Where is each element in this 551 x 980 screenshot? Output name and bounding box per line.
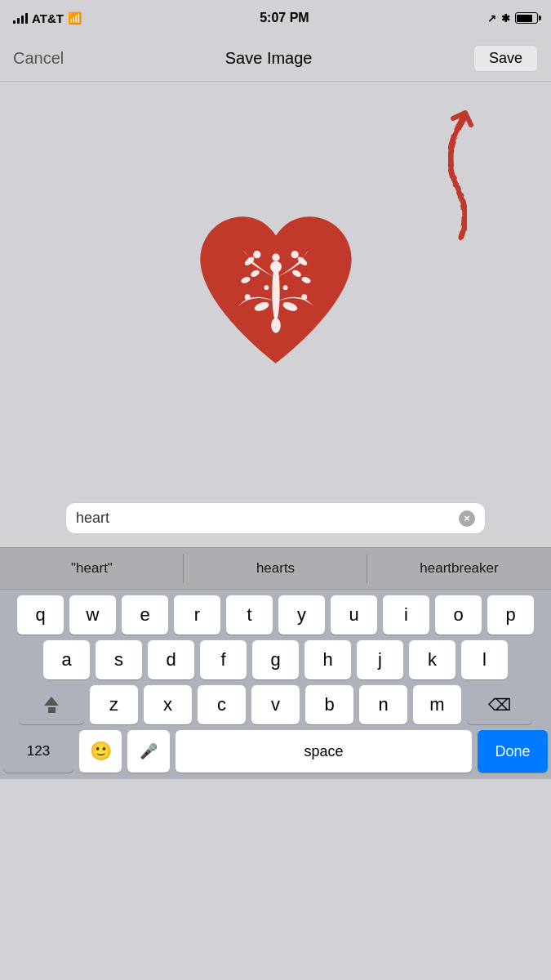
svg-point-11 [301, 294, 307, 300]
status-left: AT&T 📶 [13, 11, 82, 25]
keyboard-row-3: z x c v b n m ⌫ [0, 679, 551, 724]
carrier-label: AT&T [32, 11, 64, 25]
key-i[interactable]: i [383, 595, 429, 635]
key-k[interactable]: k [409, 640, 455, 679]
key-h[interactable]: h [304, 640, 351, 679]
page-title: Save Image [225, 49, 313, 68]
key-v[interactable]: v [251, 685, 300, 724]
suggestions-row: "heart" hearts heartbreaker [0, 547, 551, 590]
status-time: 5:07 PM [260, 11, 309, 25]
svg-point-1 [270, 261, 282, 272]
shift-key[interactable] [19, 685, 84, 724]
numbers-key[interactable]: 123 [3, 730, 73, 773]
nav-bar: Cancel Save Image Save [0, 36, 551, 82]
key-z[interactable]: z [90, 685, 138, 724]
search-input[interactable]: heart [76, 510, 452, 527]
delete-key[interactable]: ⌫ [467, 685, 532, 724]
suggestion-hearts[interactable]: hearts [184, 548, 367, 589]
battery-icon [515, 12, 538, 24]
key-a[interactable]: a [43, 640, 90, 679]
key-y[interactable]: y [278, 595, 325, 635]
search-bar-container: heart × [0, 502, 551, 547]
annotation-arrow [388, 98, 502, 245]
svg-point-8 [253, 251, 260, 258]
suggestion-exact[interactable]: "heart" [0, 548, 184, 589]
done-key[interactable]: Done [478, 730, 548, 773]
key-u[interactable]: u [331, 595, 377, 635]
space-key[interactable]: space [176, 730, 472, 773]
key-l[interactable]: l [461, 640, 508, 679]
keyboard-row-4: 123 🙂 🎤 space Done [0, 724, 551, 779]
key-x[interactable]: x [144, 685, 192, 724]
svg-point-7 [271, 318, 281, 333]
heart-image [178, 203, 374, 382]
clear-icon: × [464, 512, 470, 524]
cancel-button[interactable]: Cancel [13, 49, 64, 68]
signal-icon [13, 13, 28, 24]
search-clear-button[interactable]: × [459, 510, 475, 527]
emoji-key[interactable]: 🙂 [79, 730, 122, 773]
wifi-icon: 📶 [68, 11, 82, 24]
keyboard: q w e r t y u i o p a s d f g h j k l z … [0, 590, 551, 779]
svg-point-18 [273, 309, 278, 314]
main-content: heart × [0, 82, 551, 547]
svg-point-16 [264, 285, 269, 290]
key-p[interactable]: p [487, 595, 534, 635]
status-right: ↗ ✱ [487, 12, 538, 24]
mic-key[interactable]: 🎤 [127, 730, 170, 773]
shift-rect [48, 707, 56, 713]
key-q[interactable]: q [17, 595, 64, 635]
svg-point-9 [291, 251, 298, 258]
save-button[interactable]: Save [473, 45, 538, 72]
key-t[interactable]: t [226, 595, 273, 635]
done-label: Done [495, 743, 530, 760]
suggestion-hearts-label: hearts [256, 560, 295, 577]
key-f[interactable]: f [200, 640, 247, 679]
key-s[interactable]: s [96, 640, 142, 679]
location-icon: ↗ [487, 12, 496, 24]
key-g[interactable]: g [252, 640, 299, 679]
bluetooth-icon: ✱ [501, 12, 510, 24]
svg-point-17 [282, 285, 287, 290]
space-label: space [304, 743, 343, 760]
key-n[interactable]: n [359, 685, 407, 724]
image-area [0, 82, 551, 502]
shift-icon [44, 697, 59, 706]
key-o[interactable]: o [435, 595, 482, 635]
svg-point-2 [272, 253, 279, 261]
status-bar: AT&T 📶 5:07 PM ↗ ✱ [0, 0, 551, 36]
key-b[interactable]: b [305, 685, 353, 724]
key-e[interactable]: e [122, 595, 168, 635]
key-c[interactable]: c [198, 685, 246, 724]
delete-icon: ⌫ [488, 695, 511, 715]
suggestion-heartbreaker[interactable]: heartbreaker [367, 548, 551, 589]
svg-point-10 [244, 294, 250, 300]
key-j[interactable]: j [357, 640, 403, 679]
search-bar[interactable]: heart × [65, 502, 486, 534]
key-d[interactable]: d [148, 640, 194, 679]
numbers-label: 123 [27, 743, 50, 760]
emoji-icon: 🙂 [90, 741, 112, 762]
mic-icon: 🎤 [140, 742, 158, 760]
keyboard-row-1: q w e r t y u i o p [0, 590, 551, 635]
key-r[interactable]: r [174, 595, 220, 635]
key-m[interactable]: m [413, 685, 461, 724]
suggestion-heartbreaker-label: heartbreaker [420, 560, 498, 577]
suggestion-exact-label: "heart" [71, 560, 113, 577]
key-w[interactable]: w [69, 595, 116, 635]
keyboard-row-2: a s d f g h j k l [0, 635, 551, 679]
